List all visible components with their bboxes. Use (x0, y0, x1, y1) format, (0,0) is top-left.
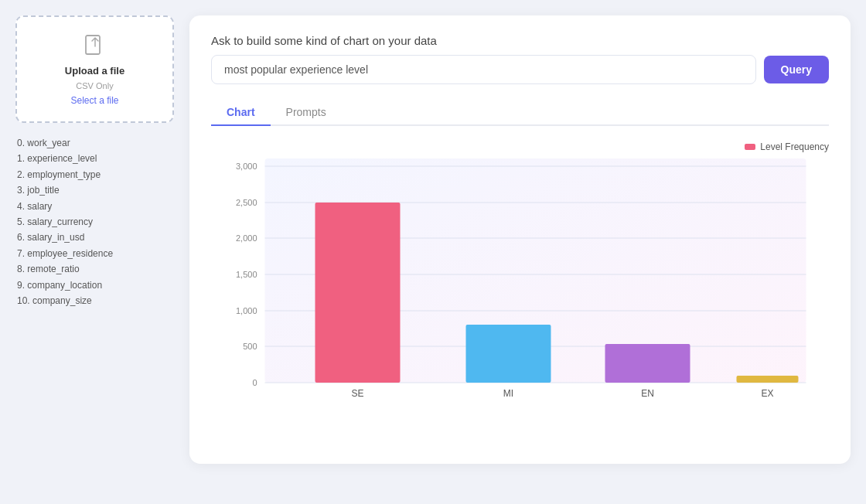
svg-text:2,000: 2,000 (236, 233, 257, 243)
list-item: 8. remote_ratio (17, 261, 172, 277)
list-item: 7. employee_residence (17, 246, 172, 261)
svg-text:MI: MI (503, 388, 513, 399)
legend-color-dot (745, 144, 755, 150)
list-item: 3. job_title (17, 182, 172, 198)
svg-text:1,000: 1,000 (236, 306, 257, 315)
bar-MI (466, 325, 551, 383)
svg-text:500: 500 (243, 342, 257, 351)
list-item: 6. salary_in_usd (17, 230, 172, 245)
list-item: 1. experience_level (17, 151, 172, 166)
main-panel: Ask to build some kind of chart on your … (189, 15, 851, 464)
chart-area: Level Frequency 3,000 2,500 (211, 126, 829, 424)
svg-text:SE: SE (351, 388, 363, 399)
svg-text:EN: EN (641, 388, 654, 399)
bar-EX (737, 376, 799, 383)
tab-prompts[interactable]: Prompts (271, 100, 342, 126)
upload-subtitle: CSV Only (76, 81, 113, 90)
bar-EN (605, 344, 690, 383)
list-item: 2. employment_type (17, 167, 172, 182)
chart-legend: Level Frequency (211, 141, 829, 152)
svg-rect-0 (86, 36, 100, 54)
sidebar: Upload a file CSV Only Select a file 0. … (15, 15, 174, 312)
svg-text:2,500: 2,500 (236, 198, 257, 207)
list-item: 9. company_location (17, 278, 172, 293)
query-button[interactable]: Query (764, 56, 829, 83)
query-input[interactable] (211, 55, 756, 84)
query-label: Ask to build some kind of chart on your … (211, 34, 829, 47)
tab-chart[interactable]: Chart (211, 100, 271, 126)
upload-title: Upload a file (65, 65, 124, 77)
select-file-link[interactable]: Select a file (70, 95, 118, 106)
bar-SE (315, 203, 401, 383)
columns-list: 0. work_year1. experience_level2. employ… (15, 132, 174, 312)
legend-label: Level Frequency (760, 141, 829, 152)
query-header: Ask to build some kind of chart on your … (211, 34, 829, 84)
tabs-bar: Chart Prompts (211, 100, 829, 126)
bar-chart-svg: 3,000 2,500 2,000 1,500 1,000 500 0 SE (211, 158, 829, 421)
svg-text:1,500: 1,500 (236, 270, 257, 279)
svg-text:3,000: 3,000 (236, 162, 257, 171)
svg-text:EX: EX (761, 388, 773, 399)
list-item: 5. salary_currency (17, 214, 172, 230)
svg-text:0: 0 (252, 378, 257, 387)
upload-icon (81, 32, 109, 60)
query-row: Query (211, 55, 829, 84)
list-item: 4. salary (17, 199, 172, 214)
bar-chart: 3,000 2,500 2,000 1,500 1,000 500 0 SE (211, 158, 829, 424)
list-item: 0. work_year (17, 135, 172, 151)
list-item: 10. company_size (17, 293, 172, 308)
upload-box: Upload a file CSV Only Select a file (15, 15, 174, 123)
